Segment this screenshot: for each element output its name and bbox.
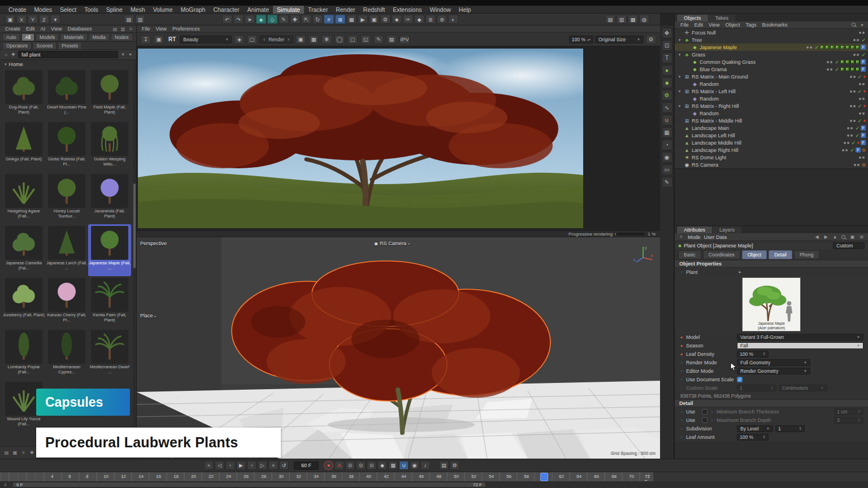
up-icon[interactable]: ▲ (832, 234, 838, 240)
current-frame-marker[interactable] (540, 473, 548, 481)
results-section-header[interactable]: ▾ Home (0, 60, 136, 68)
home-icon[interactable]: ⌂ (3, 52, 9, 58)
material-chip[interactable] (825, 45, 829, 49)
object-landscape-middle-hill[interactable]: ▲Landscape Middle Hill✓●F (675, 139, 868, 146)
dynamics-icon[interactable]: ⊚ (437, 15, 447, 24)
visibility-dots[interactable] (842, 149, 848, 151)
enabled-check-icon[interactable]: ✓ (858, 118, 862, 124)
move-tool-icon[interactable]: ✚ (290, 15, 300, 24)
timeline-range-slider[interactable]: 0 F 72 F (12, 482, 486, 487)
object-menu-object[interactable]: Object (722, 22, 743, 28)
y-axis-lock[interactable]: Y (28, 15, 38, 24)
filter-tab-auto[interactable]: Auto (2, 33, 20, 41)
model-select[interactable]: Variant 3 Full-Grown ▼ (737, 334, 863, 341)
layout-render-icon[interactable]: ▦ (628, 15, 638, 24)
object-landscape-main[interactable]: ▲Landscape Main✓F (675, 124, 868, 132)
field-tag-icon[interactable]: F (861, 133, 866, 138)
material-chip[interactable] (850, 45, 854, 49)
visibility-dots[interactable] (847, 134, 853, 137)
redshift-tag-icon[interactable]: ● (863, 74, 866, 79)
visibility-dots[interactable] (859, 156, 865, 159)
render-mode-select[interactable]: Full Geometry ▼ (737, 359, 810, 366)
time-icon[interactable]: ◔ (662, 140, 672, 150)
rotate-tool-icon[interactable]: ↻ (313, 15, 323, 24)
asset-menu-edit[interactable]: Edit (23, 26, 38, 32)
magnet-icon[interactable]: ∪ (662, 115, 672, 125)
section-tab-object[interactable]: Object (742, 250, 767, 259)
field-tag-icon[interactable]: F (861, 67, 866, 72)
enabled-check-icon[interactable]: ✓ (852, 140, 856, 146)
object-rs-matrix-middle-hill[interactable]: ⊞RS Matrix - Middle Hill✓● (675, 117, 868, 124)
primitive-cube-icon[interactable]: ■ (392, 15, 402, 24)
menu-render[interactable]: Render (332, 6, 359, 14)
cloth-icon[interactable]: ▦ (662, 127, 672, 138)
asset-sphere-icon[interactable]: ● (662, 65, 672, 76)
asset-menu-create[interactable]: Create (2, 26, 23, 32)
timeline-menu-icon[interactable]: ≡ (2, 482, 8, 487)
plant-preview-image[interactable]: Japanese Maple (Acer palmatum) (742, 277, 801, 332)
menu-window[interactable]: Window (426, 6, 455, 14)
expander-icon[interactable]: ▾ (677, 38, 682, 42)
expand-plant-icon[interactable]: ▸ (737, 269, 743, 275)
asset-scrollbar[interactable] (133, 60, 136, 446)
material-chip[interactable] (835, 45, 839, 49)
visibility-dots[interactable] (859, 112, 865, 115)
asset-item-golden-weeping-willo[interactable]: Golden Weeping Willo... (88, 120, 131, 172)
field-tag-icon[interactable]: F (861, 140, 866, 145)
object-random[interactable]: ◈Random (675, 95, 868, 102)
go-to-start-button[interactable]: « (204, 461, 214, 470)
enabled-check-icon[interactable]: ✓ (855, 133, 860, 138)
menu-tools[interactable]: Tools (80, 6, 102, 14)
mode-menu[interactable]: Mode (688, 234, 701, 240)
x-axis-lock[interactable]: X (16, 15, 27, 24)
filter-tab-all[interactable]: All (21, 33, 34, 41)
menu-redshift[interactable]: Redshift (359, 6, 389, 14)
size-select[interactable]: Original Size ▼ (595, 36, 644, 43)
menu-select[interactable]: Select (56, 6, 80, 14)
render-view-menu-preferences[interactable]: Preferences (170, 26, 203, 32)
perspective-viewport[interactable]: Perspective ◉ RS Camera ▾ Place ▸ Grid S… (137, 237, 660, 459)
menu-help[interactable]: Help (455, 6, 475, 14)
target-tag-icon[interactable]: ◎ (862, 162, 866, 167)
visibility-dots[interactable] (859, 83, 865, 85)
render-stepper[interactable]: ‹ Render › (259, 36, 293, 43)
panel-menu-icon[interactable]: ≡ (128, 26, 134, 32)
clear-search-icon[interactable]: ✕ (120, 52, 126, 58)
tab-takes[interactable]: Takes (709, 15, 736, 21)
go-to-end-button[interactable]: » (268, 461, 278, 470)
tab-layers[interactable]: Layers (713, 226, 741, 233)
tab-attributes[interactable]: Attributes (677, 226, 712, 233)
visibility-dots[interactable] (806, 46, 812, 49)
spline-icon[interactable]: ∿ (662, 102, 672, 113)
layout-icon[interactable]: ⊞ (858, 234, 865, 240)
material-chip[interactable] (840, 60, 844, 64)
menu-mesh[interactable]: Mesh (127, 6, 149, 14)
expand-icon[interactable]: ◱ (361, 35, 371, 44)
asset-menu-view[interactable]: View (48, 26, 64, 32)
asset-item-mediterranean-cypres[interactable]: Mediterranean Cypres... (45, 328, 88, 380)
zoom-spinner[interactable]: 100 % ▴▾ (569, 36, 593, 43)
menu-animate[interactable]: Animate (244, 6, 274, 14)
ipv-button[interactable]: IPV (400, 35, 410, 44)
object-tree[interactable]: ▾♣Tree✓ (675, 36, 868, 43)
material-chip[interactable] (856, 67, 860, 71)
object-rs-matrix-left-hill[interactable]: ▾⊞RS Matrix - Left Hill✓● (675, 88, 868, 95)
object-landscape-right-hill[interactable]: ▲Landscape Right Hill✓F◎ (675, 146, 868, 154)
field-tag-icon[interactable]: F (861, 59, 866, 64)
snapshot-compare-icon[interactable]: ✻ (322, 35, 332, 44)
redshift-tag-icon[interactable]: ● (857, 140, 860, 145)
timeline-settings-button[interactable]: ⚙ (450, 461, 459, 470)
enabled-check-icon[interactable]: ✓ (858, 103, 862, 109)
axis-gizmo[interactable]: y x z (632, 244, 654, 267)
lock-icon[interactable]: ▣ (849, 234, 856, 240)
asset-item-mediterranean-dwarf[interactable]: Mediterranean Dwarf ... (88, 328, 131, 380)
subdivision-level-spinner[interactable]: 1 ⇕ (775, 425, 805, 432)
histogram-icon[interactable]: ▤ (387, 35, 397, 44)
object-menu-tags[interactable]: Tags (743, 22, 759, 28)
search-input[interactable] (18, 51, 118, 58)
expander-icon[interactable]: ▾ (677, 89, 682, 94)
asset-item-kanzan-cherry-fall-pl[interactable]: Kanzan Cherry (Fall, Pl... (45, 276, 88, 328)
aov-icon[interactable]: ◈ (234, 35, 244, 44)
capsule-gear-icon[interactable]: ⚙ (662, 90, 672, 101)
filter-tab-operators[interactable]: Operators (2, 42, 32, 50)
